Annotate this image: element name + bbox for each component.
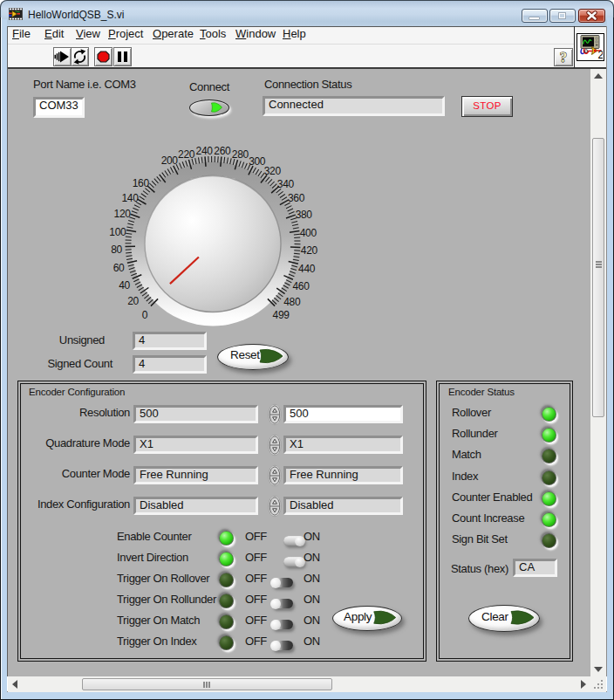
svg-text:240: 240 — [196, 145, 214, 157]
svg-text:220: 220 — [178, 148, 195, 161]
svg-text:120: 120 — [114, 208, 132, 220]
svg-text:400: 400 — [300, 227, 317, 239]
svg-text:100: 100 — [109, 226, 126, 238]
svg-text:280: 280 — [232, 148, 249, 161]
svg-text:200: 200 — [161, 154, 179, 167]
svg-text:460: 460 — [292, 280, 310, 292]
svg-text:480: 480 — [283, 296, 301, 308]
svg-text:80: 80 — [111, 244, 122, 256]
svg-text:40: 40 — [119, 279, 130, 292]
svg-text:420: 420 — [301, 244, 318, 257]
svg-text:360: 360 — [288, 192, 305, 204]
svg-text:140: 140 — [121, 192, 139, 204]
svg-text:60: 60 — [113, 262, 125, 274]
svg-text:20: 20 — [127, 295, 139, 307]
svg-text:499: 499 — [273, 309, 290, 321]
svg-text:380: 380 — [296, 209, 313, 221]
svg-text:340: 340 — [277, 178, 295, 190]
svg-text:260: 260 — [214, 145, 231, 157]
svg-text:?: ? — [560, 49, 568, 65]
svg-text:160: 160 — [133, 177, 150, 189]
svg-text:440: 440 — [298, 263, 316, 275]
svg-text:320: 320 — [264, 165, 282, 177]
svg-text:0: 0 — [142, 309, 148, 321]
svg-text:2: 2 — [598, 49, 604, 59]
